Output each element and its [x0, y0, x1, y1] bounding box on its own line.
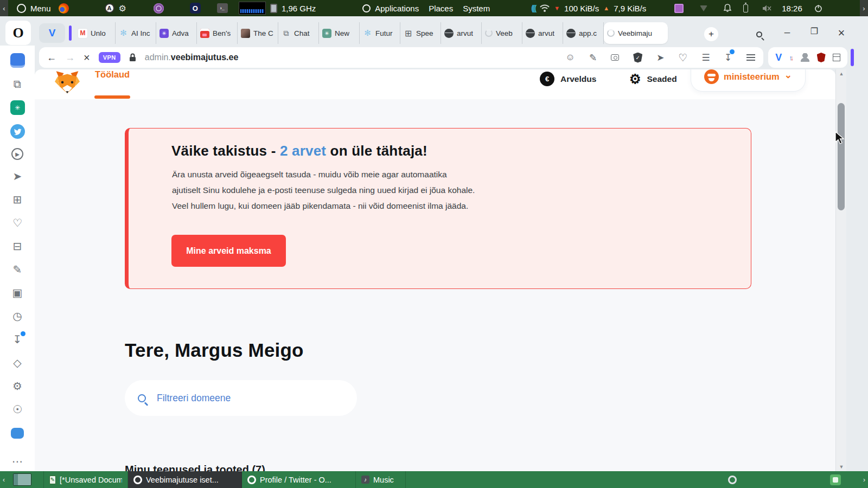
favorites-heart-icon[interactable]: ♡	[678, 52, 687, 64]
window-button-music[interactable]: ♪ Music	[356, 471, 406, 488]
alert-invoices-link[interactable]: 2 arvet	[280, 143, 326, 159]
downloads-icon[interactable]: ↧	[724, 52, 732, 63]
stop-button[interactable]: ×	[84, 52, 90, 64]
panel-hide-left-button[interactable]: ‹	[0, 0, 8, 16]
settings-panel-icon[interactable]: ⚙	[10, 379, 24, 393]
ublock-extension-icon[interactable]	[817, 53, 826, 62]
account-extension-icon[interactable]	[801, 53, 809, 62]
tor-browser-launcher-icon[interactable]	[154, 3, 164, 14]
nav-arveldus[interactable]: € Arveldus	[540, 72, 596, 86]
player-panel-icon[interactable]: ▶	[11, 148, 23, 160]
panel-hide-right-button[interactable]: ›	[860, 0, 868, 16]
chat-bubble-icon[interactable]	[11, 428, 24, 439]
nav-toolaud[interactable]: Töölaud	[95, 69, 130, 80]
tab-unlocked[interactable]: M Unlo	[75, 22, 116, 44]
window-close-button[interactable]: ×	[834, 26, 848, 40]
sentiment-smiley-icon[interactable]: ☺	[566, 52, 575, 63]
notification-bell-icon[interactable]	[724, 4, 731, 12]
applications-menu[interactable]: Applications	[375, 4, 419, 13]
tab-arvut-2[interactable]: arvut	[522, 22, 563, 44]
veebimajutus-fox-logo[interactable]	[53, 70, 81, 95]
volume-muted-icon[interactable]	[762, 4, 772, 12]
back-button[interactable]: ←	[47, 52, 56, 63]
reading-list-icon[interactable]: ☰	[702, 52, 710, 63]
tab-new[interactable]: ✳ New	[319, 22, 360, 44]
tab-future[interactable]: ✻ Futur	[360, 22, 400, 44]
extension-group-indicator[interactable]	[851, 49, 854, 66]
account-menu[interactable]: ministeerium ⌄	[691, 69, 806, 92]
window-minimize-button[interactable]: –	[780, 26, 794, 38]
terminal-launcher-icon[interactable]: ›_	[217, 3, 228, 13]
tab-advanced[interactable]: ✳ Adva	[156, 22, 197, 44]
tab-speed-dial[interactable]: ⊞ Spee	[400, 22, 441, 44]
compose-panel-icon[interactable]: ✎	[10, 262, 24, 277]
apps-grid-icon[interactable]: ⊞	[10, 192, 24, 207]
nav-seaded[interactable]: ⚙ Seaded	[629, 72, 677, 87]
lock-icon[interactable]	[129, 53, 136, 62]
taskbar-scroll-left[interactable]: ‹	[0, 471, 8, 488]
system-menu[interactable]: System	[463, 4, 490, 13]
search-tool-launcher-icon[interactable]: A	[105, 3, 114, 13]
tab-the-c[interactable]: The C	[238, 22, 278, 44]
downloads-panel-icon[interactable]: ↧	[10, 332, 24, 346]
wifi-icon[interactable]	[540, 4, 550, 12]
tab-bens[interactable]: Ben's	[197, 22, 238, 44]
menu-button[interactable]: Menu	[30, 4, 51, 13]
clock[interactable]: 18:26	[782, 4, 802, 13]
address-url[interactable]: admin.veebimajutus.ee	[145, 53, 239, 62]
window-button-twitter-profile[interactable]: Profile / Twitter - O...	[242, 471, 356, 488]
power-session-icon[interactable]	[814, 4, 822, 12]
scroll-up-arrow[interactable]: ▲	[836, 71, 847, 76]
extensions-cube-icon[interactable]	[833, 54, 840, 61]
workspace-switcher[interactable]	[13, 473, 31, 486]
sidebar-more-button[interactable]: ⋯	[10, 454, 24, 468]
tray-opera-ring-icon[interactable]	[728, 476, 737, 484]
bookmarks-panel-icon[interactable]	[10, 53, 25, 68]
network-manager-icon[interactable]	[700, 5, 707, 11]
twitter-sidebar-icon[interactable]	[10, 124, 25, 139]
tab-group-indicator[interactable]	[69, 25, 72, 41]
opera-menu-button[interactable]: O	[5, 21, 31, 45]
chatgpt-sidebar-icon[interactable]: ✳	[10, 100, 25, 115]
pay-invoices-button[interactable]: Mine arveid maksma	[171, 235, 286, 267]
tab-veeb[interactable]: Veeb	[482, 22, 522, 44]
messenger-send-icon[interactable]: ➤	[10, 169, 24, 183]
forward-button[interactable]: →	[65, 52, 75, 63]
window-button-veebimajutus[interactable]: Veebimajutuse iset...	[128, 471, 242, 488]
distro-logo-icon[interactable]	[17, 4, 26, 13]
favorites-heart-panel-icon[interactable]: ♡	[10, 216, 24, 230]
tab-veebimajutus-active[interactable]: Veebimaju	[604, 22, 668, 44]
system-monitor-graph[interactable]	[239, 2, 266, 15]
window-button-unsaved-document[interactable]: ✎ [*Unsaved Docume...	[43, 471, 128, 488]
page-scrollbar[interactable]: ▲ ▼	[835, 69, 846, 471]
translate-extension-icon[interactable]: ↑↓	[789, 53, 794, 62]
v-extension-icon[interactable]: V	[775, 52, 782, 63]
tab-tiling-icon[interactable]: ⧉	[10, 77, 24, 91]
tab-chat[interactable]: ⧉ Chat	[278, 22, 319, 44]
snapshot-camera-icon[interactable]	[611, 54, 619, 61]
taskbar-scroll-right[interactable]: ›	[860, 471, 868, 488]
send-to-device-icon[interactable]: ➤	[656, 52, 664, 63]
bookmark-edit-icon[interactable]: ✎	[589, 52, 597, 63]
history-panel-icon[interactable]: ◷	[10, 309, 24, 323]
tab-search-button[interactable]	[752, 28, 766, 40]
tab-ai-inc[interactable]: ✻ AI Inc	[116, 22, 156, 44]
address-bar[interactable]: ← → × VPN admin.veebimajutus.ee ☺ ✎ ✓ ➤ …	[39, 47, 763, 68]
opera-launcher-icon[interactable]: O	[190, 3, 201, 14]
places-menu[interactable]: Places	[429, 4, 453, 13]
shield-check-icon[interactable]: ✓	[633, 53, 642, 63]
tab-app-c[interactable]: app.c	[563, 22, 604, 44]
battery-icon[interactable]	[743, 4, 748, 12]
new-tab-button[interactable]: +	[704, 27, 718, 41]
tips-bulb-icon[interactable]: ☉	[10, 402, 24, 416]
extensions-panel-icon[interactable]: ◇	[10, 356, 24, 370]
wallet-panel-icon[interactable]: ⊟	[10, 239, 24, 253]
domain-filter-input[interactable]: Filtreeri domeene	[125, 380, 357, 416]
workspace-v-button[interactable]: V	[39, 23, 65, 43]
settings-sliders-icon[interactable]	[746, 57, 755, 58]
tray-app-icon[interactable]	[674, 4, 684, 13]
firefox-launcher-icon[interactable]	[59, 3, 69, 14]
gears-launcher-icon[interactable]: ⚙	[119, 3, 126, 14]
windows-panel-icon[interactable]: ▣	[10, 286, 24, 300]
vpn-badge[interactable]: VPN	[99, 52, 120, 63]
